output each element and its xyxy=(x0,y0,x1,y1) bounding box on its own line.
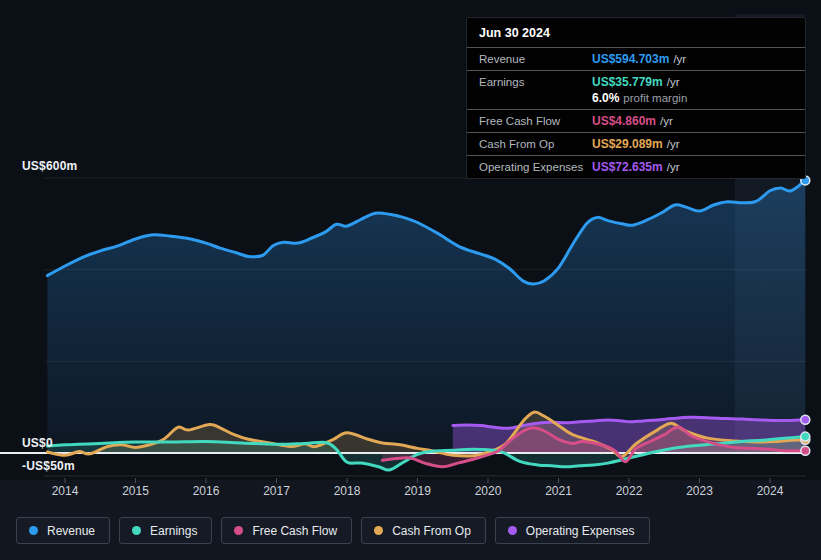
tooltip-card: Jun 30 2024 RevenueUS$594.703m/yrEarning… xyxy=(466,17,806,179)
legend-item-label: Operating Expenses xyxy=(526,524,635,538)
x-axis-label: 2019 xyxy=(404,484,431,498)
legend: RevenueEarningsFree Cash FlowCash From O… xyxy=(16,517,650,544)
profit-margin-value: 6.0% xyxy=(592,91,619,105)
x-axis-label: 2024 xyxy=(757,484,784,498)
legend-item-revenue[interactable]: Revenue xyxy=(16,517,110,544)
legend-item-label: Cash From Op xyxy=(392,524,471,538)
profit-margin-label: profit margin xyxy=(623,92,687,104)
legend-dot-icon xyxy=(132,526,141,535)
x-axis-label: 2020 xyxy=(475,484,502,498)
tooltip-row-suffix: /yr xyxy=(667,136,680,152)
tooltip-row-suffix: /yr xyxy=(660,113,673,129)
tooltip-row-operating-expenses: Operating ExpensesUS$72.635m/yr xyxy=(467,155,805,178)
tooltip-row-suffix: /yr xyxy=(667,74,680,90)
x-axis-label: 2023 xyxy=(686,484,713,498)
tooltip-row-label: Revenue xyxy=(479,51,592,67)
legend-item-label: Revenue xyxy=(47,524,95,538)
x-axis-label: 2017 xyxy=(263,484,290,498)
y-axis-label: -US$50m xyxy=(22,459,75,473)
tooltip-row-label: Free Cash Flow xyxy=(479,113,592,129)
legend-item-operating-expenses[interactable]: Operating Expenses xyxy=(495,517,650,544)
legend-item-free-cash-flow[interactable]: Free Cash Flow xyxy=(221,517,352,544)
tooltip-row-earnings: EarningsUS$35.779m/yr6.0%profit margin xyxy=(467,70,805,109)
tooltip-row-suffix: /yr xyxy=(673,51,686,67)
tooltip-row-free-cash-flow: Free Cash FlowUS$4.860m/yr xyxy=(467,109,805,132)
tooltip-rows: RevenueUS$594.703m/yrEarningsUS$35.779m/… xyxy=(467,47,805,178)
tooltip-row-value: US$594.703m xyxy=(592,51,669,67)
tooltip-row-label: Operating Expenses xyxy=(479,159,592,175)
tooltip-row-value: US$35.779m xyxy=(592,74,663,90)
tooltip-row-value: US$72.635m xyxy=(592,159,663,175)
tooltip-row-suffix: /yr xyxy=(667,159,680,175)
x-axis-label: 2022 xyxy=(616,484,643,498)
legend-dot-icon xyxy=(508,526,517,535)
endpoint-dot-earnings xyxy=(801,432,810,441)
tooltip-row-revenue: RevenueUS$594.703m/yr xyxy=(467,47,805,70)
legend-item-label: Free Cash Flow xyxy=(252,524,337,538)
x-axis-label: 2014 xyxy=(52,484,79,498)
legend-item-label: Earnings xyxy=(150,524,197,538)
x-axis-label: 2021 xyxy=(545,484,572,498)
endpoint-dot-free-cash-flow xyxy=(801,446,810,455)
tooltip-row-label: Cash From Op xyxy=(479,136,592,152)
tooltip-row-cash-from-op: Cash From OpUS$29.089m/yr xyxy=(467,132,805,155)
legend-dot-icon xyxy=(374,526,383,535)
chart-panel: US$600mUS$0-US$50m 201420152016201720182… xyxy=(0,0,821,560)
x-axis-label: 2018 xyxy=(334,484,361,498)
tooltip-row-value: US$4.860m xyxy=(592,113,656,129)
x-axis-label: 2015 xyxy=(122,484,149,498)
tooltip-row-label: Earnings xyxy=(479,74,592,90)
legend-dot-icon xyxy=(29,526,38,535)
tooltip-date: Jun 30 2024 xyxy=(467,18,805,47)
y-axis-label: US$600m xyxy=(22,159,77,173)
x-axis-label: 2016 xyxy=(193,484,220,498)
legend-item-cash-from-op[interactable]: Cash From Op xyxy=(361,517,486,544)
tooltip-row-value: US$29.089m xyxy=(592,136,663,152)
legend-dot-icon xyxy=(234,526,243,535)
endpoint-dot-operating-expenses xyxy=(801,415,810,424)
y-axis-label: US$0 xyxy=(22,436,53,450)
legend-item-earnings[interactable]: Earnings xyxy=(119,517,212,544)
tooltip-profit-margin: 6.0%profit margin xyxy=(479,90,793,106)
